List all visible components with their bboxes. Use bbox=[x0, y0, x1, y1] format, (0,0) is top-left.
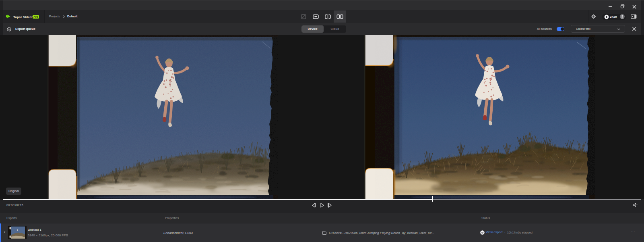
svg-text:Pro: Pro bbox=[34, 15, 38, 18]
